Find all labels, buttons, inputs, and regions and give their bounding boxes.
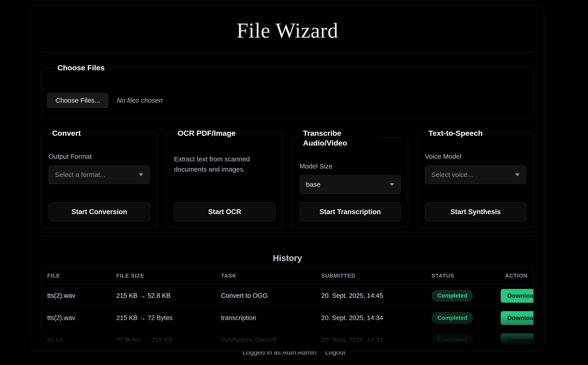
- file-size-cell: 215 KB → 52.8 KB: [110, 285, 215, 307]
- history-divider: [41, 236, 534, 237]
- output-format-select-value: Select a format...: [55, 171, 106, 178]
- submitted-cell: 20. Sept. 2025, 14:45: [315, 285, 426, 307]
- page-title: File Wizard: [41, 19, 534, 42]
- choose-files-section: Choose Files Choose Files... No files ch…: [41, 63, 534, 118]
- logged-in-text: Logged in as Auth Admin: [243, 349, 317, 356]
- status-cell: Completed: [426, 285, 495, 307]
- ocr-description: Extract text from scanned documents and …: [174, 154, 276, 175]
- table-header-row: FILE FILE SIZE TASK SUBMITTED STATUS ACT…: [41, 267, 533, 285]
- file-size-cell: 71 Bytes → 215 KB: [110, 329, 215, 351]
- submitted-cell: 20. Sept. 2025, 14:31: [315, 329, 426, 351]
- action-cell: Download: [495, 329, 533, 351]
- logout-link[interactable]: Logout: [325, 349, 346, 356]
- submitted-cell: 20. Sept. 2025, 14:34: [315, 307, 426, 329]
- table-row: tts(2).wav 215 KB → 72 Bytes transcripti…: [41, 307, 533, 329]
- history-table-container: FILE FILE SIZE TASK SUBMITTED STATUS ACT…: [41, 267, 534, 352]
- column-header-file-size: FILE SIZE: [110, 267, 215, 285]
- history-heading: History: [41, 253, 534, 263]
- tts-card-legend: Text-to-Speech: [426, 128, 485, 138]
- action-cell: Download: [495, 285, 533, 307]
- history-table: FILE FILE SIZE TASK SUBMITTED STATUS ACT…: [41, 267, 533, 351]
- convert-card-legend: Convert: [50, 128, 83, 138]
- task-cell: Synthesize Speech: [215, 329, 315, 351]
- main-panel: File Wizard Choose Files Choose Files...…: [30, 5, 544, 352]
- start-conversion-button[interactable]: Start Conversion: [49, 202, 150, 221]
- model-size-select[interactable]: base: [299, 175, 401, 194]
- no-files-chosen-text: No files chosen: [117, 97, 162, 104]
- status-badge: Completed: [432, 334, 473, 346]
- footer: Logged in as Auth AdminLogout: [0, 349, 588, 356]
- chevron-down-icon: [138, 173, 144, 176]
- status-badge: Completed: [432, 312, 473, 324]
- task-cell: Convert to OGG: [215, 285, 315, 307]
- file-cell: tts(2).wav: [41, 285, 110, 307]
- file-input-row: Choose Files... No files chosen: [47, 93, 528, 108]
- transcribe-card-legend: Transcribe Audio/Video: [301, 128, 381, 148]
- column-header-file: FILE: [41, 267, 110, 285]
- table-row: tts(2).wav 215 KB → 52.8 KB Convert to O…: [41, 285, 533, 307]
- status-badge: Completed: [432, 290, 473, 302]
- download-button[interactable]: Download: [501, 333, 534, 347]
- download-button[interactable]: Download: [501, 289, 534, 303]
- column-header-task: TASK: [215, 267, 315, 285]
- title-divider: [41, 52, 534, 53]
- column-header-status: STATUS: [426, 267, 495, 285]
- model-size-select-value: base: [306, 181, 320, 188]
- file-size-cell: 215 KB → 72 Bytes: [110, 307, 215, 329]
- status-cell: Completed: [426, 329, 495, 351]
- action-cell: Download: [495, 307, 533, 329]
- ocr-card-legend: OCR PDF/Image: [175, 128, 238, 138]
- convert-card: Convert Output Format Select a format...…: [41, 128, 157, 228]
- status-cell: Completed: [426, 307, 495, 329]
- choose-files-legend: Choose Files: [55, 63, 107, 73]
- start-transcription-button[interactable]: Start Transcription: [299, 202, 401, 221]
- transcribe-card: Transcribe Audio/Video Model Size base S…: [292, 128, 408, 228]
- task-cell: transcription: [215, 307, 315, 329]
- output-format-label: Output Format: [49, 152, 150, 161]
- download-button[interactable]: Download: [501, 311, 534, 325]
- file-cell: tts(2).wav: [41, 307, 110, 329]
- voice-model-select-value: Select voice...: [431, 171, 473, 178]
- chevron-down-icon: [515, 173, 520, 176]
- column-header-action: ACTION: [495, 267, 533, 285]
- voice-model-label: Voice Model: [425, 152, 526, 161]
- model-size-label: Model Size: [299, 162, 401, 170]
- voice-model-select[interactable]: Select voice...: [425, 165, 526, 184]
- chevron-down-icon: [390, 183, 394, 186]
- table-row: tts.txt 71 Bytes → 215 KB Synthesize Spe…: [41, 329, 533, 351]
- output-format-select[interactable]: Select a format...: [49, 165, 150, 184]
- column-header-submitted: SUBMITTED: [315, 267, 426, 285]
- choose-files-button[interactable]: Choose Files...: [47, 93, 108, 108]
- tts-card: Text-to-Speech Voice Model Select voice.…: [418, 128, 534, 228]
- start-synthesis-button[interactable]: Start Synthesis: [425, 202, 526, 221]
- file-cell: tts.txt: [41, 329, 110, 351]
- ocr-card: OCR PDF/Image Extract text from scanned …: [167, 128, 283, 228]
- start-ocr-button[interactable]: Start OCR: [174, 202, 276, 221]
- tools-row: Convert Output Format Select a format...…: [41, 128, 534, 228]
